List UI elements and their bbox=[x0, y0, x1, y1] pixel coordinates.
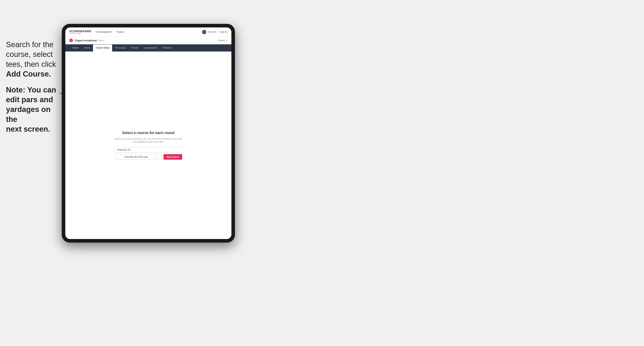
tee-chevron-icon[interactable]: ⌄ bbox=[158, 156, 159, 158]
instruction-line2: course, select bbox=[6, 50, 52, 58]
instruction-line3: tees, then click bbox=[6, 60, 56, 68]
tee-select-row: Gold (M) (M) (7010 yds) ✕ ⌄ Add Course bbox=[114, 154, 182, 160]
app-header: SCOREBOARD Powered by clippd TOURNAMENTS… bbox=[65, 27, 232, 37]
cancel-label: Cancel bbox=[218, 39, 225, 41]
tab-leaderboards[interactable]: Leaderboards bbox=[141, 44, 160, 51]
header-left: SCOREBOARD Powered by clippd TOURNAMENTS… bbox=[69, 30, 124, 34]
nav-tournaments[interactable]: TOURNAMENTS bbox=[96, 31, 112, 33]
course-search-input[interactable] bbox=[114, 147, 182, 153]
tournament-icon: C bbox=[69, 39, 73, 42]
cancel-button[interactable]: Cancel ✕ bbox=[218, 39, 228, 42]
tab-teams[interactable]: Teams bbox=[81, 44, 93, 51]
user-avatar: U bbox=[202, 30, 206, 34]
tab-course-setup[interactable]: Course Setup bbox=[93, 44, 112, 51]
nav-links: TOURNAMENTS TEAMS bbox=[96, 31, 124, 33]
logo-sub: Powered by clippd bbox=[69, 33, 92, 34]
tournament-bar: C Clippd Invitational (Men) Cancel ✕ bbox=[65, 37, 232, 44]
user-name: Test User bbox=[208, 31, 216, 33]
course-select-panel: Select a course for each round Search fo… bbox=[114, 131, 182, 160]
tee-select-controls: ✕ ⌄ bbox=[155, 156, 159, 158]
tab-tee-groups[interactable]: Tee Groups bbox=[112, 44, 128, 51]
add-course-button[interactable]: Add Course bbox=[164, 154, 182, 160]
panel-description: Search for a course and select a tee. Yo… bbox=[114, 137, 182, 143]
tab-results[interactable]: Results bbox=[129, 44, 141, 51]
note-line2: edit pars and bbox=[6, 95, 53, 104]
tee-select-wrapper[interactable]: Gold (M) (M) (7010 yds) ✕ ⌄ bbox=[114, 154, 162, 160]
signout-link[interactable]: Sign out bbox=[220, 31, 228, 33]
instructions-panel: Search for the course, select tees, then… bbox=[6, 40, 64, 140]
tee-clear-icon[interactable]: ✕ bbox=[155, 156, 157, 158]
tee-select-value: Gold (M) (M) (7010 yds) bbox=[117, 156, 155, 158]
main-content: Select a course for each round Search fo… bbox=[65, 51, 232, 239]
header-right: U Test User | Sign out bbox=[202, 30, 228, 34]
note-line1: Note: You can bbox=[6, 86, 56, 94]
tournament-title: C Clippd Invitational (Men) bbox=[69, 39, 104, 42]
tournament-badge: (Men) bbox=[98, 39, 104, 41]
cancel-icon: ✕ bbox=[226, 39, 228, 42]
logo-area: SCOREBOARD Powered by clippd bbox=[69, 30, 92, 34]
tablet-device: SCOREBOARD Powered by clippd TOURNAMENTS… bbox=[62, 24, 235, 243]
tournament-name: Clippd Invitational bbox=[74, 39, 97, 42]
instruction-line1: Search for the bbox=[6, 40, 54, 49]
logo-text: SCOREBOARD bbox=[69, 30, 92, 33]
tablet-screen: SCOREBOARD Powered by clippd TOURNAMENTS… bbox=[65, 27, 232, 239]
note-line4: next screen. bbox=[6, 125, 50, 133]
instruction-line4: Add Course. bbox=[6, 70, 51, 78]
panel-title: Select a course for each round bbox=[114, 131, 182, 135]
tab-details[interactable]: Details bbox=[69, 44, 81, 51]
header-separator: | bbox=[218, 31, 219, 33]
nav-teams[interactable]: TEAMS bbox=[116, 31, 124, 33]
note-line3: yardages on the bbox=[6, 105, 50, 123]
tab-printables[interactable]: Printables bbox=[160, 44, 174, 51]
tab-nav: Details Teams Course Setup Tee Groups Re… bbox=[65, 44, 232, 51]
